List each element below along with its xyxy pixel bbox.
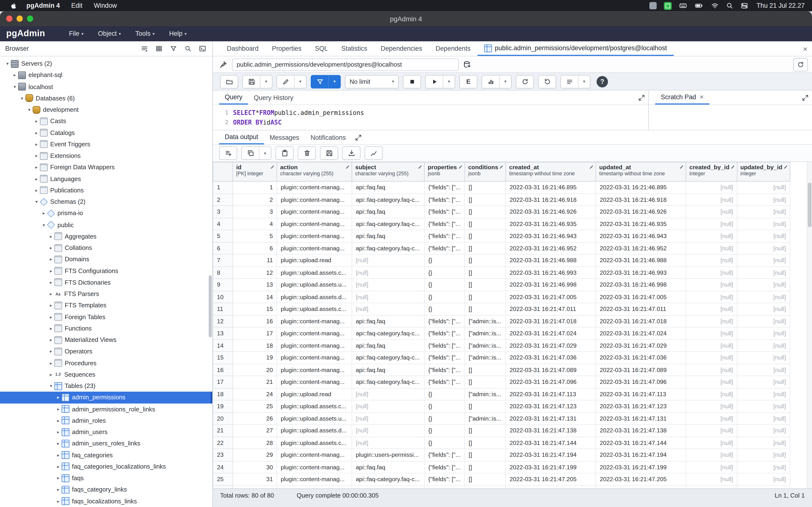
- cell-conditions[interactable]: []: [465, 485, 506, 489]
- cell-created-by-id[interactable]: [null]: [686, 376, 737, 388]
- tree-item-publications[interactable]: ▸Publications: [0, 184, 212, 196]
- cell-updated-by-id[interactable]: [null]: [737, 218, 790, 230]
- tree-item-faq-categories[interactable]: ▸faq_categories: [0, 449, 212, 461]
- cell-conditions[interactable]: []: [465, 193, 506, 206]
- cell-subject[interactable]: plugin::users-permissi...: [352, 485, 424, 489]
- cell-updated-by-id[interactable]: [null]: [737, 230, 790, 242]
- cell-subject[interactable]: api::faq.faq: [352, 315, 424, 327]
- cell-updated-by-id[interactable]: [null]: [737, 388, 790, 400]
- cell-updated-at[interactable]: 2022-03-31 16:21:47.113: [596, 388, 686, 400]
- cell-properties[interactable]: {"fields": ["...: [424, 193, 465, 206]
- tree-item-functions[interactable]: ▸Functions: [0, 323, 212, 334]
- row-number[interactable]: 17: [213, 376, 233, 388]
- cell-created-at[interactable]: 2022-03-31 16:21:46.895: [506, 181, 596, 193]
- cell-created-by-id[interactable]: [null]: [686, 437, 737, 449]
- scratch-pad-body[interactable]: [649, 105, 812, 130]
- cell-properties[interactable]: {"fields": ["...: [424, 315, 465, 327]
- cell-updated-at[interactable]: 2022-03-31 16:21:47.005: [596, 291, 686, 303]
- cell-properties[interactable]: {}: [424, 388, 465, 400]
- column-header-updated-by-id[interactable]: updated_by_idinteger: [737, 162, 790, 181]
- cell-conditions[interactable]: ["admin::is...: [465, 315, 506, 327]
- tree-item-event-triggers[interactable]: ▸Event Triggers: [0, 138, 212, 150]
- cell-subject[interactable]: api::faq.faq: [352, 339, 424, 351]
- chevron-right-icon[interactable]: ▸: [55, 441, 62, 446]
- edit-column-icon[interactable]: [499, 164, 504, 169]
- cell-updated-by-id[interactable]: [null]: [737, 303, 790, 315]
- tree-item-prisma-io[interactable]: ▸prisma-io: [0, 208, 212, 219]
- tree-item-foreign-data-wrappers[interactable]: ▸Foreign Data Wrappers: [0, 162, 212, 173]
- cell-subject[interactable]: api::faq-category.faq-c...: [352, 218, 424, 230]
- tree-item-servers-2[interactable]: ▾Servers (2): [0, 58, 212, 69]
- tab-messages[interactable]: Messages: [264, 130, 305, 145]
- cell-updated-at[interactable]: 2022-03-31 16:21:46.926: [596, 206, 686, 218]
- cell-created-at[interactable]: 2022-03-31 16:21:47.199: [506, 461, 596, 473]
- edit-column-icon[interactable]: [589, 164, 594, 169]
- tree-item-localhost[interactable]: ▾localhost: [0, 81, 212, 93]
- cell-created-by-id[interactable]: [null]: [686, 279, 737, 291]
- cell-created-at[interactable]: 2022-03-31 16:21:47.138: [506, 425, 596, 437]
- cell-created-at[interactable]: 2022-03-31 16:21:47.024: [506, 327, 596, 339]
- cell-properties[interactable]: {"fields": ["...: [424, 376, 465, 388]
- cell-action[interactable]: plugin::content-manag...: [277, 181, 352, 193]
- cell-created-at[interactable]: 2022-03-31 16:21:46.993: [506, 267, 596, 279]
- save-file-button[interactable]: [243, 75, 260, 88]
- cell-conditions[interactable]: []: [465, 181, 506, 193]
- row-number[interactable]: 3: [213, 206, 233, 218]
- cell-created-at[interactable]: 2022-03-31 16:21:47.096: [506, 376, 596, 388]
- cell-created-by-id[interactable]: [null]: [686, 291, 737, 303]
- cell-subject[interactable]: [null]: [352, 303, 424, 315]
- cell-id[interactable]: 4: [233, 218, 277, 230]
- connection-string[interactable]: public.admin_permissions/development/pos…: [232, 58, 459, 70]
- cell-updated-by-id[interactable]: [null]: [737, 485, 790, 489]
- cell-created-by-id[interactable]: [null]: [686, 425, 737, 437]
- row-number[interactable]: 23: [213, 449, 233, 461]
- cell-conditions[interactable]: []: [465, 279, 506, 291]
- cell-updated-at[interactable]: 2022-03-31 16:21:47.024: [596, 327, 686, 339]
- row-number[interactable]: 25: [213, 473, 233, 485]
- tab-query-tool[interactable]: public.admin_permissions/development/pos…: [477, 41, 674, 56]
- cell-updated-by-id[interactable]: [null]: [737, 267, 790, 279]
- column-header-created-at[interactable]: created_attimestamp without time zone: [506, 162, 596, 181]
- menubar-clock[interactable]: Thu 21 Jul 22.27: [756, 2, 805, 9]
- tab-query[interactable]: Query: [219, 91, 248, 105]
- cell-conditions[interactable]: []: [465, 206, 506, 218]
- chevron-down-icon[interactable]: ▾: [40, 222, 47, 227]
- cell-id[interactable]: 13: [233, 279, 277, 291]
- row-number[interactable]: 24: [213, 461, 233, 473]
- cell-created-at[interactable]: 2022-03-31 16:21:47.123: [506, 400, 596, 412]
- cell-action[interactable]: plugin::content-manag...: [277, 449, 352, 461]
- cell-id[interactable]: 11: [233, 254, 277, 266]
- cell-id[interactable]: 5: [233, 230, 277, 242]
- paste-button[interactable]: [276, 147, 293, 159]
- row-number-header[interactable]: [213, 162, 233, 181]
- row-number[interactable]: 2: [213, 193, 233, 206]
- screen-share-icon[interactable]: [664, 2, 672, 10]
- cell-id[interactable]: 24: [233, 388, 277, 400]
- chevron-right-icon[interactable]: ▸: [48, 326, 54, 331]
- cell-created-at[interactable]: 2022-03-31 16:21:47.113: [506, 388, 596, 400]
- expand-editor-icon[interactable]: [635, 91, 648, 105]
- cell-id[interactable]: 26: [233, 412, 277, 425]
- cell-properties[interactable]: {"fields": ["...: [424, 485, 465, 489]
- row-number[interactable]: 6: [213, 242, 233, 254]
- cell-created-by-id[interactable]: [null]: [686, 254, 737, 266]
- column-header-updated-at[interactable]: updated_attimestamp without time zone: [596, 162, 686, 181]
- cell-updated-by-id[interactable]: [null]: [737, 279, 790, 291]
- cell-id[interactable]: 19: [233, 351, 277, 363]
- cell-created-at[interactable]: 2022-03-31 16:21:47.029: [506, 339, 596, 351]
- open-file-button[interactable]: [221, 75, 238, 88]
- tree-item-materialized-views[interactable]: ▸Materialized Views: [0, 334, 212, 346]
- cell-created-at[interactable]: 2022-03-31 16:21:46.952: [506, 242, 596, 254]
- cell-updated-at[interactable]: 2022-03-31 16:21:46.918: [596, 193, 686, 206]
- cell-conditions[interactable]: []: [465, 376, 506, 388]
- tab-dashboard[interactable]: Dashboard: [220, 41, 265, 56]
- cell-subject[interactable]: [null]: [352, 400, 424, 412]
- row-number[interactable]: 9: [213, 279, 233, 291]
- cell-action[interactable]: plugin::content-manag...: [277, 206, 352, 218]
- cell-conditions[interactable]: ["admin::is...: [465, 351, 506, 363]
- cell-id[interactable]: 14: [233, 291, 277, 303]
- cell-created-at[interactable]: 2022-03-31 16:21:47.21: [506, 485, 596, 489]
- row-number[interactable]: 22: [213, 437, 233, 449]
- apple-icon[interactable]: [10, 2, 17, 9]
- cell-action[interactable]: plugin::upload.read: [277, 254, 352, 266]
